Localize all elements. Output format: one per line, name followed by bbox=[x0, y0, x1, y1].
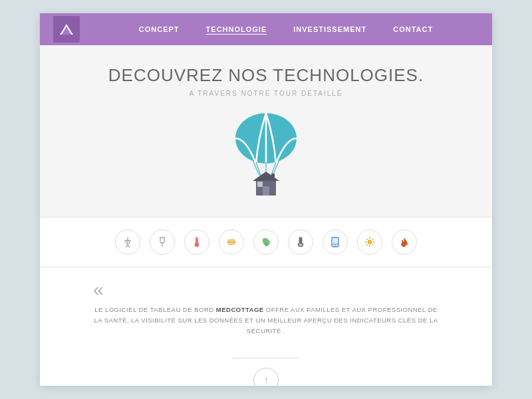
quote-text: LE LOGICIEL DE TABLEAU DE BORD MEDCOTTAG… bbox=[93, 305, 439, 336]
plug-icon[interactable] bbox=[150, 229, 175, 255]
svg-rect-12 bbox=[271, 174, 275, 180]
svg-line-44 bbox=[372, 239, 374, 240]
svg-point-37 bbox=[368, 240, 372, 244]
svg-line-43 bbox=[372, 245, 374, 246]
nav-link-investissement[interactable]: INVESTISSEMENT bbox=[293, 25, 366, 33]
flashlight-icon[interactable] bbox=[288, 229, 313, 255]
scroll-up-button[interactable]: ↑ bbox=[253, 368, 279, 386]
svg-rect-11 bbox=[257, 182, 263, 187]
leaf-icon[interactable] bbox=[253, 229, 279, 255]
hero-section: DECOUVREZ NOS TECHNOLOGIES. A TRAVERS NO… bbox=[40, 45, 492, 217]
hero-subtitle: A TRAVERS NOTRE TOUR DETAILLÉ bbox=[189, 90, 342, 97]
quote-section: « LE LOGICIEL DE TABLEAU DE BORD MEDCOTT… bbox=[40, 267, 492, 350]
icons-section bbox=[40, 217, 492, 267]
nav-link-technologie[interactable]: TECHNOLOGIE bbox=[206, 25, 267, 33]
nav-link-concept[interactable]: CONCEPT bbox=[139, 25, 180, 33]
svg-line-17 bbox=[128, 245, 130, 247]
svg-point-28 bbox=[227, 241, 229, 243]
separator-line bbox=[233, 358, 299, 358]
page-wrapper: CONCEPT TECHNOLOGIE INVESTISSEMENT CONTA… bbox=[40, 13, 492, 386]
nav-link-contact[interactable]: CONTACT bbox=[393, 25, 433, 33]
quote-mark: « bbox=[93, 281, 104, 299]
svg-marker-9 bbox=[253, 172, 279, 181]
bottom-section: ↑ bbox=[40, 350, 492, 386]
svg-point-36 bbox=[334, 245, 336, 246]
arrow-up-icon: ↑ bbox=[263, 374, 269, 386]
svg-line-42 bbox=[366, 239, 368, 240]
nav-bar: CONCEPT TECHNOLOGIE INVESTISSEMENT CONTA… bbox=[40, 13, 492, 45]
svg-line-45 bbox=[366, 245, 368, 246]
svg-point-29 bbox=[234, 241, 236, 243]
fire-icon[interactable] bbox=[392, 229, 417, 255]
tools-icon[interactable] bbox=[219, 229, 244, 255]
sun-icon[interactable] bbox=[357, 229, 382, 255]
nav-logo[interactable] bbox=[53, 16, 80, 43]
parachute-illustration bbox=[226, 110, 306, 203]
quote-prefix: LE LOGICIEL DE TABLEAU DE BORD bbox=[94, 306, 216, 313]
thermometer-icon[interactable] bbox=[184, 229, 209, 255]
svg-rect-10 bbox=[263, 186, 269, 196]
quote-brand: MEDCOTTAGE bbox=[216, 306, 264, 313]
nav-links: CONCEPT TECHNOLOGIE INVESTISSEMENT CONTA… bbox=[93, 25, 479, 33]
hero-title: DECOUVREZ NOS TECHNOLOGIES. bbox=[108, 65, 424, 86]
tablet-icon[interactable] bbox=[323, 229, 348, 255]
antenna-icon[interactable] bbox=[115, 229, 140, 255]
svg-point-33 bbox=[299, 244, 302, 246]
